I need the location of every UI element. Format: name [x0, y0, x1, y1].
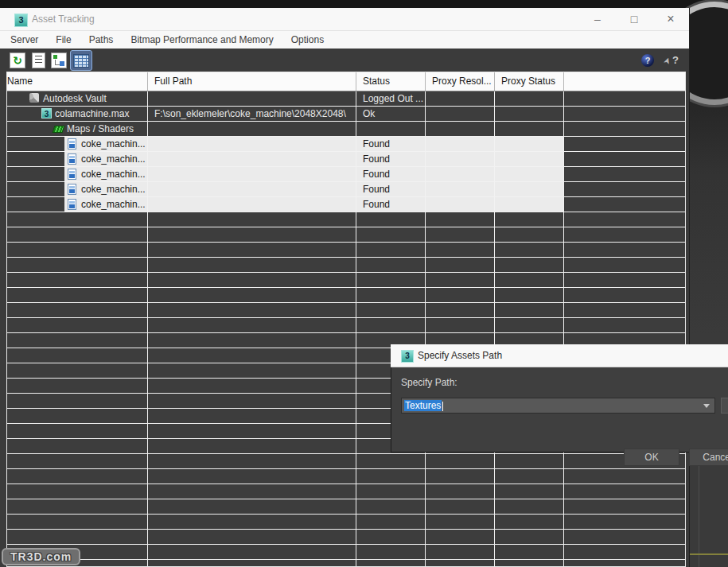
asset-name: Maps / Shaders — [67, 122, 134, 136]
menu-paths[interactable]: Paths — [80, 34, 123, 45]
table-cell — [148, 182, 356, 196]
table-row[interactable]: coke_machin...Found — [7, 197, 685, 212]
table-row[interactable]: Autodesk VaultLogged Out ... — [7, 91, 685, 107]
table-cell: Maps / Shaders — [7, 122, 148, 136]
table-cell — [148, 258, 356, 272]
table-cell — [148, 454, 356, 468]
table-row-empty[interactable] — [7, 484, 685, 499]
table-cell — [148, 243, 356, 257]
table-row[interactable]: coke_machin...Found — [7, 152, 685, 167]
table-row-empty[interactable] — [7, 318, 685, 333]
table-row-empty[interactable] — [7, 243, 685, 258]
table-cell — [426, 273, 495, 287]
table-cell — [7, 212, 148, 227]
table-cell — [495, 288, 564, 302]
minimize-icon[interactable]: – — [579, 8, 616, 30]
table-cell — [148, 91, 356, 106]
context-help-icon[interactable]: ➤ ? — [664, 53, 679, 68]
table-cell — [426, 243, 495, 257]
refresh-button[interactable]: ↻ — [8, 51, 27, 70]
bitmap-icon — [68, 138, 76, 150]
cancel-button[interactable]: Cancel — [689, 449, 728, 466]
table-row[interactable]: coke_machin...Found — [7, 137, 685, 152]
table-cell — [495, 243, 564, 257]
table-cell — [356, 212, 426, 227]
path-config-icon — [51, 52, 67, 68]
table-cell — [495, 107, 564, 121]
table-cell — [426, 469, 495, 484]
table-cell — [7, 515, 148, 529]
3dsmax-icon: 3 — [401, 350, 414, 363]
path-combobox[interactable]: Textures — [401, 398, 715, 414]
report-view-button[interactable] — [29, 51, 48, 70]
table-cell — [426, 152, 495, 166]
table-row-empty[interactable] — [7, 515, 685, 530]
table-cell: coke_machin... — [7, 152, 148, 166]
table-cell — [564, 122, 685, 136]
table-row-empty[interactable] — [7, 258, 685, 273]
table-row-empty[interactable] — [7, 303, 685, 318]
table-cell — [426, 530, 495, 544]
dialog-title: Specify Assets Path — [418, 350, 502, 361]
table-row-empty[interactable] — [7, 454, 685, 469]
close-icon[interactable]: × — [652, 8, 689, 30]
path-config-button[interactable] — [49, 51, 68, 70]
menu-file[interactable]: File — [47, 34, 80, 45]
table-cell — [356, 454, 426, 468]
column-header-proxy-status[interactable]: Proxy Status — [495, 72, 564, 91]
table-row-empty[interactable] — [7, 273, 685, 288]
column-header-name[interactable]: Name — [7, 72, 148, 91]
dialog-body: Specify Path: Textures OK Cancel — [391, 367, 728, 452]
specify-path-label: Specify Path: — [401, 377, 457, 388]
table-cell — [564, 288, 685, 302]
table-row-empty[interactable] — [7, 469, 685, 484]
menu-server[interactable]: Server — [2, 34, 47, 45]
table-cell — [7, 243, 148, 257]
browse-button[interactable] — [721, 398, 728, 414]
viewport-grid-line — [689, 553, 728, 555]
table-row-empty[interactable] — [7, 227, 685, 243]
table-cell — [7, 469, 148, 484]
ok-button[interactable]: OK — [624, 449, 679, 466]
maximize-icon[interactable]: □ — [616, 8, 652, 30]
table-cell — [426, 182, 495, 196]
table-cell — [356, 227, 426, 242]
table-cell — [426, 288, 495, 302]
dialog-title-bar[interactable]: 3 Specify Assets Path — [391, 344, 728, 367]
table-row-empty[interactable] — [7, 288, 685, 303]
table-row-empty[interactable] — [7, 545, 685, 560]
table-cell: 3colamachine.max — [7, 107, 148, 121]
table-row-empty[interactable] — [7, 530, 685, 545]
table-cell — [148, 394, 356, 408]
table-cell — [426, 318, 495, 332]
column-header-full-path[interactable]: Full Path — [148, 72, 356, 91]
title-bar[interactable]: 3 Asset Tracking – □ × — [0, 8, 689, 30]
table-cell — [564, 227, 685, 242]
table-cell — [564, 243, 685, 257]
table-cell: Logged Out ... — [356, 91, 426, 106]
table-row[interactable]: Maps / Shaders — [7, 122, 685, 137]
table-row-empty[interactable] — [7, 499, 685, 515]
table-cell — [7, 394, 148, 408]
asset-name: coke_machin... — [81, 167, 146, 181]
menu-options[interactable]: Options — [282, 34, 333, 45]
table-cell — [148, 515, 356, 529]
menu-bitmap-performance-and-memory[interactable]: Bitmap Performance and Memory — [122, 34, 282, 45]
chevron-down-icon[interactable] — [699, 399, 714, 412]
table-cell — [426, 499, 495, 514]
table-cell — [356, 258, 426, 272]
table-row[interactable]: 3colamachine.maxF:\son_eklemeler\coke_ma… — [7, 107, 685, 122]
table-row-empty[interactable] — [7, 212, 685, 227]
column-header-proxy-resolution[interactable]: Proxy Resol... — [426, 72, 495, 91]
table-cell — [564, 469, 685, 484]
table-row[interactable]: coke_machin...Found — [7, 167, 685, 182]
table-row[interactable]: coke_machin...Found — [7, 182, 685, 197]
table-cell — [7, 303, 148, 317]
table-cell — [495, 258, 564, 272]
help-icon[interactable]: ? — [641, 54, 654, 67]
table-cell — [356, 303, 426, 317]
table-view-button[interactable] — [70, 50, 92, 71]
table-row-empty[interactable] — [7, 560, 685, 567]
table-cell — [7, 227, 148, 242]
column-header-status[interactable]: Status — [356, 72, 426, 91]
